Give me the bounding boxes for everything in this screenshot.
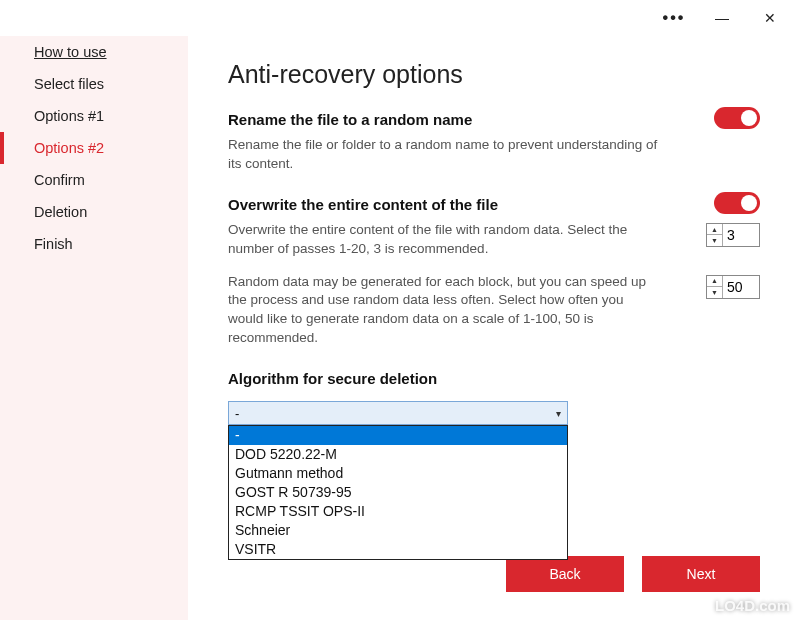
algorithm-option[interactable]: GOST R 50739-95 <box>229 483 567 502</box>
passes-spinner[interactable]: ▲ ▼ 3 <box>706 223 760 247</box>
minimize-button[interactable]: — <box>700 3 744 33</box>
app-window: ••• — ✕ How to use Select files Options … <box>0 0 800 620</box>
spinner-down-icon[interactable]: ▼ <box>707 287 722 298</box>
randomdata-value[interactable]: 50 <box>723 276 759 298</box>
page-title: Anti-recovery options <box>228 60 760 89</box>
rename-section: Rename the file to a random name Rename … <box>228 111 760 174</box>
algorithm-dropdown[interactable]: - ▾ - DOD 5220.22-M Gutmann method GOST … <box>228 401 568 425</box>
wizard-footer-buttons: Back Next <box>506 556 760 592</box>
toggle-knob <box>741 110 757 126</box>
rename-toggle[interactable] <box>714 107 760 129</box>
algorithm-option[interactable]: - <box>229 426 567 445</box>
back-button[interactable]: Back <box>506 556 624 592</box>
algorithm-option[interactable]: VSITR <box>229 540 567 559</box>
randomdata-desc: Random data may be generated for each bl… <box>228 273 658 349</box>
algorithm-selected-value: - <box>235 406 239 421</box>
overwrite-heading: Overwrite the entire content of the file <box>228 196 760 213</box>
algorithm-option[interactable]: Gutmann method <box>229 464 567 483</box>
algorithm-dropdown-button[interactable]: - ▾ <box>228 401 568 425</box>
watermark-logo-icon <box>691 596 709 614</box>
rename-heading: Rename the file to a random name <box>228 111 760 128</box>
overwrite-section: Overwrite the entire content of the file… <box>228 196 760 348</box>
algorithm-option[interactable]: RCMP TSSIT OPS-II <box>229 502 567 521</box>
main-panel: Anti-recovery options Rename the file to… <box>188 36 800 620</box>
spinner-down-icon[interactable]: ▼ <box>707 235 722 246</box>
rename-desc: Rename the file or folder to a random na… <box>228 136 658 174</box>
window-body: How to use Select files Options #1 Optio… <box>0 36 800 620</box>
sidebar-item-select-files[interactable]: Select files <box>0 68 188 100</box>
spinner-arrows: ▲ ▼ <box>707 224 723 246</box>
watermark-text: LO4D.com <box>715 597 790 614</box>
overwrite-toggle[interactable] <box>714 192 760 214</box>
window-titlebar: ••• — ✕ <box>0 0 800 36</box>
overwrite-desc: Overwrite the entire content of the file… <box>228 221 658 259</box>
chevron-down-icon: ▾ <box>556 408 561 419</box>
sidebar-item-confirm[interactable]: Confirm <box>0 164 188 196</box>
algorithm-option[interactable]: DOD 5220.22-M <box>229 445 567 464</box>
close-button[interactable]: ✕ <box>748 3 792 33</box>
more-button[interactable]: ••• <box>652 3 696 33</box>
sidebar-item-options1[interactable]: Options #1 <box>0 100 188 132</box>
sidebar-item-deletion[interactable]: Deletion <box>0 196 188 228</box>
algorithm-heading: Algorithm for secure deletion <box>228 370 760 387</box>
sidebar-item-options2[interactable]: Options #2 <box>0 132 188 164</box>
sidebar-item-finish[interactable]: Finish <box>0 228 188 260</box>
watermark: LO4D.com <box>691 596 790 614</box>
wizard-sidebar: How to use Select files Options #1 Optio… <box>0 36 188 620</box>
spinner-arrows: ▲ ▼ <box>707 276 723 298</box>
next-button[interactable]: Next <box>642 556 760 592</box>
sidebar-item-howto[interactable]: How to use <box>0 36 188 68</box>
passes-value[interactable]: 3 <box>723 224 759 246</box>
algorithm-option[interactable]: Schneier <box>229 521 567 540</box>
toggle-knob <box>741 195 757 211</box>
spinner-up-icon[interactable]: ▲ <box>707 276 722 288</box>
algorithm-dropdown-list: - DOD 5220.22-M Gutmann method GOST R 50… <box>228 425 568 560</box>
spinner-up-icon[interactable]: ▲ <box>707 224 722 236</box>
randomdata-spinner[interactable]: ▲ ▼ 50 <box>706 275 760 299</box>
